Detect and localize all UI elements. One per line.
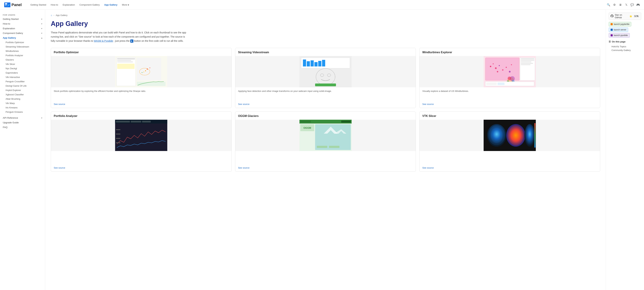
sidebar-sub-gapminders[interactable]: Gapminders [0,71,45,75]
sidebar-item-getting-started[interactable]: Getting Started [0,17,45,22]
card-image-oggm-glaciers[interactable]: OGGM [235,120,416,151]
twitter-icon[interactable]: 𝕏 [624,3,628,6]
sidebar-sub-vtk-slicer[interactable]: Vtk Slicer [0,62,45,66]
card-image-portfolio-optimizer[interactable] [51,56,232,87]
sidebar-item-api-reference[interactable]: API Reference [0,116,45,120]
chat-icon[interactable]: 💬 [630,3,634,6]
svg-point-82 [524,124,535,147]
sidebar-sub-vtk-interactive[interactable]: Vtk Interactive [0,75,45,79]
sidebar-sub-portfolio-optimizer[interactable]: Portfolio Optimizer [0,40,45,44]
card-image-portfolio-analyzer[interactable] [51,120,232,151]
svg-rect-34 [521,58,534,60]
chevron-getting-started [41,18,42,20]
launch-server-label: launch server [614,28,626,31]
navbar: Panel Getting Started How-to Explanation… [0,0,644,10]
main-content: ⌂ › App Gallery App Gallery These Panel … [45,10,606,290]
on-this-page-community[interactable]: Community Gallery [609,48,641,52]
nav-getting-started[interactable]: Getting Started [29,2,48,7]
card-image-streaming-videostream[interactable] [235,56,416,87]
nav-app-gallery[interactable]: App Gallery [102,2,119,7]
breadcrumb-home[interactable]: ⌂ [51,14,52,16]
brand-logo[interactable]: Panel [4,2,22,7]
sidebar-sub-nyc-deckgl[interactable]: Nyc Deckgl [0,66,45,71]
nav-more[interactable]: More ▾ [120,2,131,7]
display-icon[interactable]: 🖥 [618,3,622,6]
sidebar-sub-iris-kmeans[interactable]: Iris Kmeans [0,106,45,110]
see-source-oggm-glaciers[interactable]: See source [238,166,250,169]
search-icon[interactable]: 🔍 [607,3,610,6]
gallery-grid: Portfolio Optimizer [51,48,600,172]
sidebar-sub-xgboost-classifier[interactable]: Xgboost Classifier [0,92,45,97]
card-portfolio-analyzer: Portfolio Analyzer [51,112,232,172]
on-this-page-label: ☰ On this page [609,40,641,43]
svg-rect-55 [498,83,504,85]
sidebar-sub-portfolio-analyzer[interactable]: Portfolio Analyzer [0,53,45,58]
sidebar-sub-vtk-warp[interactable]: Vtk Warp [0,101,45,106]
svg-point-39 [490,66,491,67]
card-desc-streaming-videostream: Applying face detection and other image … [235,87,416,101]
launch-pyodide-label: launch pyodide [614,34,628,36]
github-star-label: Star on GitHub [615,14,628,19]
sidebar-item-explanation[interactable]: Explanation [0,26,45,31]
chevron-app-gallery [41,37,42,39]
svg-rect-64 [116,142,120,143]
see-source-portfolio-analyzer[interactable]: See source [54,166,65,169]
card-desc-vtk-slicer [420,151,600,165]
nav-how-to[interactable]: How-to [49,2,60,7]
svg-point-16 [142,72,142,73]
sidebar-sub-hvplot-explorer[interactable]: Hvplot Explorer [0,88,45,92]
sidebar-item-upgrade-guide[interactable]: Upgrade Guide [0,120,45,125]
sidebar-sub-glaciers[interactable]: Glaciers [0,58,45,62]
sidebar-section-label: FOR USERS [0,12,45,17]
launch-pyodide-button[interactable]: launch pyodide [609,33,630,38]
sidebar-sub-penguin-crossfilter[interactable]: Penguin Crossfilter [0,79,45,84]
svg-rect-61 [116,129,120,130]
svg-point-80 [506,124,526,147]
sidebar-sub-streaming-videostream[interactable]: Streaming Videostream [0,44,45,49]
svg-point-47 [497,71,498,72]
card-image-vtk-slicer[interactable] [420,120,600,151]
page-title: App Gallery [51,20,600,28]
github-star-button[interactable]: Star on GitHub ⭐ 3.7k [609,12,641,20]
svg-rect-9 [117,64,134,69]
svg-point-50 [508,76,511,80]
on-this-page-holoviz[interactable]: HoloViz Topics [609,45,641,48]
see-source-streaming-videostream[interactable]: See source [238,103,250,106]
launch-jupyterlite-label: launch jupyterlite [614,23,630,26]
sidebar-sub-altair-brushing[interactable]: Altair Brushing [0,97,45,101]
svg-rect-68 [341,120,350,123]
card-footer-streaming-videostream: See source [235,101,416,108]
launch-server-button[interactable]: launch server [609,28,628,32]
sidebar-item-faq[interactable]: FAQ [0,125,45,130]
svg-rect-58 [116,121,130,122]
sidebar-item-component-gallery[interactable]: Component Gallery [0,31,45,36]
discord-icon[interactable]: 🎮 [636,3,640,6]
svg-rect-8 [117,62,133,62]
card-title-vtk-slicer: VTK Slicer [420,112,600,120]
sidebar-sub-windturbines[interactable]: Windturbines [0,49,45,53]
svg-rect-30 [315,84,336,86]
sidebar-item-app-gallery[interactable]: App Gallery [0,36,45,40]
see-source-vtk-slicer[interactable]: See source [422,166,434,169]
sidebar-item-how-to[interactable]: How-to [0,22,45,26]
card-desc-windturbines-explorer: Visually explore a dataset of US Windtur… [420,87,600,101]
wasm-pyodide-link[interactable]: WASM & Pyodide [94,40,113,42]
svg-rect-22 [306,61,310,66]
settings-icon[interactable]: ⚙ [613,3,616,6]
sidebar-sub-penguin-kmeans[interactable]: Penguin Kmeans [0,110,45,114]
breadcrumb-current: App Gallery [56,14,68,16]
card-image-windturbines-explorer[interactable] [420,56,600,87]
see-source-portfolio-optimizer[interactable]: See source [54,103,65,106]
nav-links: Getting Started How-to Explanation Compo… [29,2,607,7]
sidebar-sub-deckgl-game-of-life[interactable]: Deckgl Game Of Life [0,84,45,88]
launch-jupyterlite-button[interactable]: launch jupyterlite [609,22,631,26]
see-source-windturbines-explorer[interactable]: See source [422,103,434,106]
nav-component-gallery[interactable]: Component Gallery [78,2,102,7]
card-streaming-videostream: Streaming Videostream [235,48,416,108]
star-count: 3.7k [634,15,639,18]
card-footer-oggm-glaciers: See source [235,165,416,172]
svg-rect-74 [317,146,327,148]
server-icon [610,29,613,31]
svg-rect-60 [142,121,151,122]
nav-explanation[interactable]: Explanation [61,2,77,7]
